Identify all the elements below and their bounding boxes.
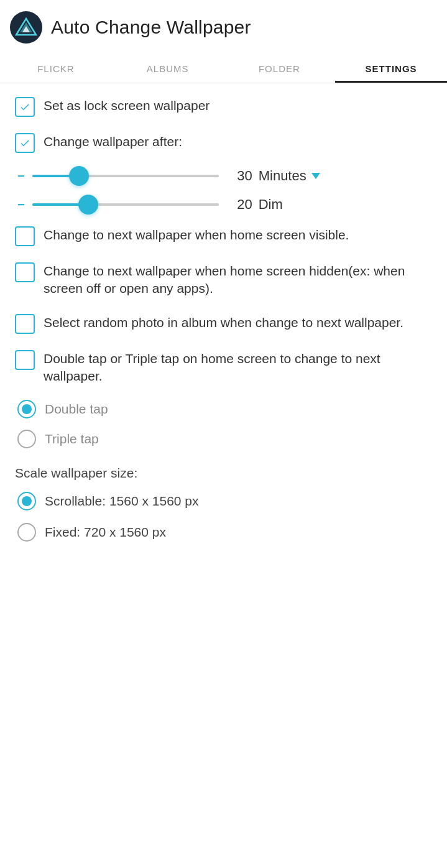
home-hidden-checkbox[interactable] (15, 262, 35, 282)
change-wallpaper-checkbox[interactable] (15, 133, 35, 153)
timer-unit[interactable]: Minutes (259, 168, 320, 184)
fixed-label: Fixed: 720 x 1560 px (45, 525, 166, 540)
timer-slider-track[interactable] (32, 175, 219, 177)
dim-minus-icon: − (17, 198, 25, 212)
lock-screen-checkbox[interactable] (15, 97, 35, 117)
home-hidden-label: Change to next wallpaper when home scree… (44, 261, 432, 298)
timer-value: 30 (230, 168, 252, 184)
random-photo-checkbox[interactable] (15, 314, 35, 334)
dim-slider-row: − 20 Dim (15, 196, 432, 213)
random-photo-row: Select random photo in album when change… (15, 313, 432, 334)
change-wallpaper-row: Change wallpaper after: (15, 132, 432, 153)
home-visible-row: Change to next wallpaper when home scree… (15, 225, 432, 246)
home-visible-checkbox[interactable] (15, 226, 35, 246)
timer-slider-row: − 30 Minutes (15, 168, 432, 184)
dim-value: 20 (230, 196, 252, 213)
app-header: Auto Change Wallpaper (0, 0, 447, 52)
scrollable-label: Scrollable: 1560 x 1560 px (45, 494, 199, 509)
dim-unit: Dim (259, 196, 283, 213)
timer-minus-icon: − (17, 169, 25, 183)
tab-folder[interactable]: FOLDER (224, 52, 336, 83)
app-logo (10, 11, 42, 44)
tab-albums[interactable]: ALBUMS (112, 52, 224, 83)
change-wallpaper-label: Change wallpaper after: (44, 132, 182, 150)
scrollable-radio[interactable] (17, 492, 36, 510)
home-hidden-row: Change to next wallpaper when home scree… (15, 261, 432, 298)
tab-flickr[interactable]: FLICKR (0, 52, 112, 83)
lock-screen-label: Set as lock screen wallpaper (44, 96, 210, 114)
tab-settings[interactable]: SETTINGS (335, 52, 447, 83)
double-triple-row: Double tap or Triple tap on home screen … (15, 349, 432, 386)
fixed-radio[interactable] (17, 523, 36, 542)
tabs-bar: FLICKR ALBUMS FOLDER SETTINGS (0, 52, 447, 83)
double-tap-row: Double tap (15, 400, 432, 418)
random-photo-label: Select random photo in album when change… (44, 313, 403, 331)
triple-tap-row: Triple tap (15, 430, 432, 448)
home-visible-label: Change to next wallpaper when home scree… (44, 225, 349, 244)
double-tap-label: Double tap (45, 402, 108, 417)
double-triple-label: Double tap or Triple tap on home screen … (44, 349, 432, 386)
scale-section-label: Scale wallpaper size: (15, 466, 432, 481)
double-tap-radio[interactable] (17, 400, 36, 418)
settings-content: Set as lock screen wallpaper Change wall… (0, 83, 447, 578)
triple-tap-label: Triple tap (45, 432, 99, 446)
double-triple-checkbox[interactable] (15, 350, 35, 370)
triple-tap-radio[interactable] (17, 430, 36, 448)
fixed-row: Fixed: 720 x 1560 px (15, 523, 432, 542)
timer-dropdown-arrow[interactable] (311, 173, 320, 179)
scrollable-row: Scrollable: 1560 x 1560 px (15, 492, 432, 510)
lock-screen-row: Set as lock screen wallpaper (15, 96, 432, 117)
app-title: Auto Change Wallpaper (51, 17, 251, 38)
dim-slider-track[interactable] (32, 203, 219, 206)
